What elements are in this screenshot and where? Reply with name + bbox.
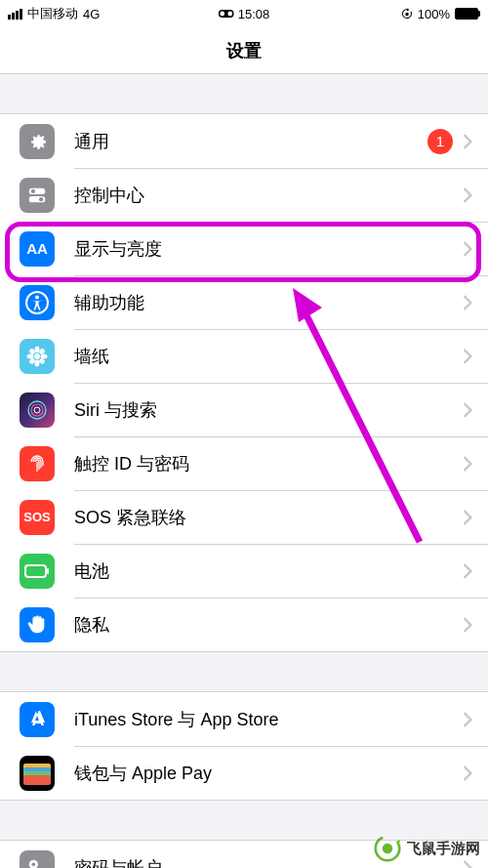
row-label: 控制中心 <box>74 184 463 207</box>
chevron-right-icon <box>463 187 472 203</box>
appstore-icon <box>20 702 55 737</box>
row-general[interactable]: 通用 1 <box>0 114 488 168</box>
status-left: 中国移动 4G <box>8 5 100 22</box>
text-size-icon: AA <box>20 231 55 267</box>
svg-point-6 <box>35 295 39 299</box>
time-label: 15:08 <box>238 7 270 21</box>
svg-point-4 <box>39 197 43 201</box>
watermark: 飞鼠手游网 <box>374 835 480 862</box>
chevron-right-icon <box>463 563 472 579</box>
svg-rect-19 <box>25 565 46 577</box>
toggles-icon <box>20 178 55 213</box>
chevron-right-icon <box>463 617 472 633</box>
chevron-right-icon <box>463 295 472 310</box>
network-label: 4G <box>83 7 100 21</box>
row-sos[interactable]: SOS SOS 紧急联络 <box>0 490 488 544</box>
row-label: 触控 ID 与密码 <box>74 452 463 475</box>
row-label: 显示与亮度 <box>74 237 463 261</box>
svg-point-11 <box>41 353 48 358</box>
row-wallpaper[interactable]: 墙纸 <box>0 329 488 383</box>
svg-point-7 <box>34 353 40 359</box>
row-display-brightness[interactable]: AA 显示与亮度 <box>0 222 488 275</box>
row-battery[interactable]: 电池 <box>0 544 488 598</box>
siri-icon <box>20 393 55 428</box>
fingerprint-icon <box>20 446 55 481</box>
battery-icon <box>455 8 480 20</box>
svg-rect-0 <box>405 13 408 16</box>
chevron-right-icon <box>463 712 472 727</box>
status-bar: 中国移动 4G 15:08 100% <box>0 0 488 27</box>
flower-icon <box>20 339 55 374</box>
settings-group-0: 通用 1 控制中心 AA 显示与亮度 辅助功能 墙纸 Siri 与搜索 <box>0 113 488 652</box>
carrier-label: 中国移动 <box>27 5 78 22</box>
key-icon <box>20 850 55 869</box>
svg-point-18 <box>34 407 40 413</box>
chevron-right-icon <box>463 765 472 781</box>
row-label: 钱包与 Apple Pay <box>74 762 463 785</box>
row-label: Siri 与搜索 <box>74 398 463 422</box>
status-right: 100% <box>401 7 480 21</box>
row-label: iTunes Store 与 App Store <box>74 708 463 731</box>
svg-rect-24 <box>23 775 51 785</box>
svg-rect-20 <box>47 568 49 574</box>
row-accessibility[interactable]: 辅助功能 <box>0 275 488 329</box>
notification-badge: 1 <box>427 129 453 154</box>
signal-bars-icon <box>8 9 22 20</box>
battery-pct-label: 100% <box>418 7 450 21</box>
orientation-lock-icon <box>401 8 413 20</box>
settings-group-1: iTunes Store 与 App Store 钱包与 Apple Pay <box>0 691 488 801</box>
svg-point-3 <box>31 188 35 192</box>
chevron-right-icon <box>463 241 472 257</box>
row-wallet-applepay[interactable]: 钱包与 Apple Pay <box>0 746 488 800</box>
svg-point-10 <box>27 353 34 358</box>
row-label: 墙纸 <box>74 345 463 368</box>
chevron-right-icon <box>463 134 472 149</box>
accessibility-icon <box>20 285 55 320</box>
group-spacer <box>0 801 488 840</box>
row-label: 辅助功能 <box>74 291 463 314</box>
hotspot-icon <box>219 9 234 19</box>
row-touchid-passcode[interactable]: 触控 ID 与密码 <box>0 436 488 490</box>
group-spacer <box>0 652 488 691</box>
svg-point-9 <box>35 359 40 366</box>
chevron-right-icon <box>463 349 472 364</box>
nav-header: 设置 <box>0 27 488 74</box>
battery-row-icon <box>20 554 55 589</box>
svg-point-26 <box>32 862 36 866</box>
sos-icon: SOS <box>20 500 55 535</box>
hand-icon <box>20 607 55 642</box>
row-label: 电池 <box>74 559 463 583</box>
watermark-text: 飞鼠手游网 <box>407 840 480 858</box>
watermark-logo-icon <box>374 835 401 862</box>
row-siri-search[interactable]: Siri 与搜索 <box>0 383 488 436</box>
svg-point-17 <box>31 404 43 416</box>
svg-point-8 <box>35 346 40 352</box>
gear-icon <box>20 124 55 159</box>
status-center: 15:08 <box>219 7 270 21</box>
row-label: SOS 紧急联络 <box>74 506 463 529</box>
page-title: 设置 <box>226 39 262 62</box>
row-label: 通用 <box>74 130 427 153</box>
chevron-right-icon <box>463 510 472 525</box>
wallet-icon <box>20 756 55 791</box>
row-control-center[interactable]: 控制中心 <box>0 168 488 222</box>
row-privacy[interactable]: 隐私 <box>0 598 488 651</box>
chevron-right-icon <box>463 456 472 472</box>
row-itunes-appstore[interactable]: iTunes Store 与 App Store <box>0 692 488 746</box>
row-label: 隐私 <box>74 613 463 637</box>
svg-point-32 <box>383 844 393 854</box>
group-spacer <box>0 74 488 113</box>
chevron-right-icon <box>463 402 472 418</box>
